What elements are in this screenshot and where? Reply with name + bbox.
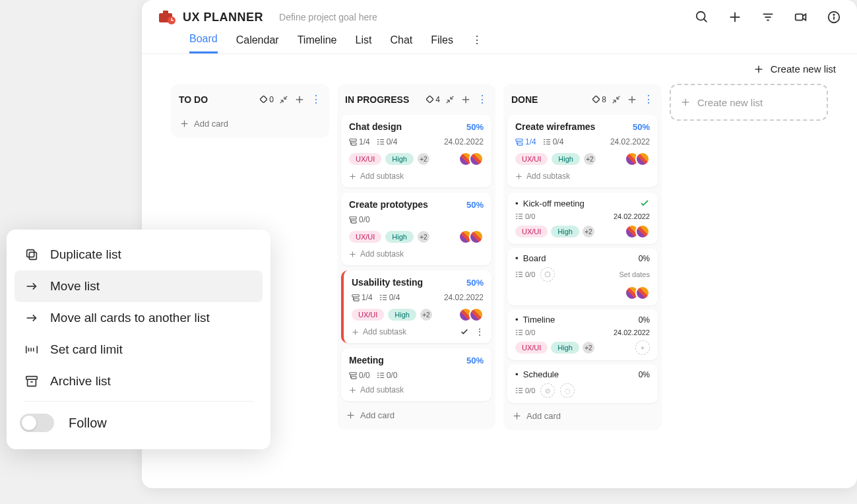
list-header: IN PROGRESS 4 ⋮ <box>337 84 495 115</box>
app-title: UX PLANNER <box>183 11 263 24</box>
card-title: Usability testing <box>352 277 423 288</box>
ctx-item-label: Duplicate list <box>50 247 121 262</box>
ctx-item-label: Archive list <box>50 374 111 389</box>
avatar-stack <box>462 152 484 166</box>
plus-icon <box>680 97 691 108</box>
menu-divider <box>24 401 253 402</box>
add-subtask-button[interactable]: Add subtask <box>349 172 484 181</box>
avatar <box>469 230 484 244</box>
tab-calendar[interactable]: Calendar <box>236 34 279 53</box>
subtask-card[interactable]: • Timeline0%0/024.02.2022UX/UIHigh+2+ <box>507 309 658 360</box>
diamond-icon <box>426 96 433 103</box>
card-progress: 50% <box>466 122 484 132</box>
ghost-avatar-icon[interactable]: + <box>635 340 650 355</box>
ctx-item-label: Move list <box>50 279 100 294</box>
list-menu-icon[interactable]: ⋮ <box>311 93 321 106</box>
follow-row: Follow <box>15 406 263 440</box>
video-icon[interactable] <box>794 10 808 24</box>
svg-point-13 <box>833 15 834 15</box>
tag-more-count: +2 <box>420 309 432 321</box>
svg-rect-25 <box>351 143 356 145</box>
add-card-button[interactable]: Add card <box>171 115 329 138</box>
arrow-icon <box>24 278 40 294</box>
plus-icon <box>346 411 355 420</box>
card[interactable]: Create wireframes50% 1/40/424.02.2022 UX… <box>507 115 658 187</box>
tab-files[interactable]: Files <box>431 34 453 53</box>
diamond-icon <box>260 96 267 103</box>
list-inprogress: IN PROGRESS 4 ⋮ Chat design50% 1/40/424.… <box>337 84 495 429</box>
follow-label: Follow <box>69 416 107 431</box>
ghost-create-list[interactable]: Create new list <box>670 84 828 121</box>
list-done: DONE 8 ⋮ Create wireframes50% 1/40/424.0… <box>503 84 662 430</box>
tag: High <box>385 153 414 165</box>
plus-icon[interactable] <box>461 95 470 104</box>
card-date: 24.02.2022 <box>444 293 484 302</box>
archive-icon <box>24 373 40 389</box>
tab-chat[interactable]: Chat <box>390 34 412 53</box>
list-header: DONE 8 ⋮ <box>503 84 662 115</box>
list-todo: TO DO 0 ⋮ Add card <box>171 84 329 138</box>
collapse-icon[interactable] <box>445 95 455 104</box>
add-card-button[interactable]: Add card <box>503 407 662 430</box>
plus-icon <box>753 64 764 75</box>
list-menu-icon[interactable]: ⋮ <box>477 93 488 106</box>
ctx-duplicate-list[interactable]: Duplicate list <box>15 239 263 270</box>
add-card-button[interactable]: Add card <box>337 406 495 429</box>
svg-line-4 <box>704 19 707 22</box>
collapse-icon[interactable] <box>612 95 621 104</box>
ctx-set-card-limit[interactable]: Set card limit <box>15 334 263 365</box>
add-subtask-button[interactable]: Add subtask <box>349 385 484 394</box>
ctx-move-all-cards-to-another-list[interactable]: Move all cards to another list <box>15 302 263 334</box>
search-icon[interactable] <box>695 10 709 24</box>
card[interactable]: Create prototypes50% 0/0 UX/UIHigh+2 Add… <box>341 193 492 265</box>
card[interactable]: Meeting50% 0/00/0 Add subtask <box>341 348 492 401</box>
info-icon[interactable] <box>827 10 841 24</box>
create-list-button[interactable]: Create new list <box>753 63 836 75</box>
list-header: TO DO 0 ⋮ <box>171 84 329 115</box>
ctx-archive-list[interactable]: Archive list <box>15 365 263 397</box>
tag: High <box>551 342 579 354</box>
avatar <box>635 152 650 166</box>
plus-icon[interactable] <box>728 10 742 24</box>
tab-list[interactable]: List <box>356 34 372 53</box>
tag-more-count: +2 <box>583 226 594 237</box>
subtask-card[interactable]: • Schedule0%0/0⊙◌ <box>507 364 658 403</box>
list-menu-icon[interactable]: ⋮ <box>643 93 654 106</box>
avatar <box>469 152 484 166</box>
plus-icon[interactable] <box>295 95 304 104</box>
collapse-icon[interactable] <box>279 95 288 104</box>
subtask-card[interactable]: • Kick-off meeting0/024.02.2022UX/UIHigh… <box>507 193 658 244</box>
filter-icon[interactable] <box>761 10 775 24</box>
follow-toggle[interactable] <box>20 414 54 432</box>
card[interactable]: Chat design50% 1/40/424.02.2022 UX/UIHig… <box>341 115 492 187</box>
set-dates-button[interactable]: Set dates <box>619 270 650 278</box>
plus-icon[interactable] <box>627 95 637 104</box>
duplicate-icon <box>24 247 40 263</box>
project-goal-placeholder[interactable]: Define project goal here <box>279 12 377 22</box>
card-menu-icon[interactable]: ⋮ <box>476 327 484 336</box>
tag: UX/UI <box>349 153 381 165</box>
svg-rect-103 <box>27 250 34 257</box>
card-date: 24.02.2022 <box>610 137 650 146</box>
add-subtask-button[interactable]: Add subtask <box>515 172 650 181</box>
tag: High <box>551 226 579 237</box>
add-subtask-button[interactable]: Add subtask <box>349 249 484 259</box>
svg-rect-49 <box>351 377 356 379</box>
check-icon[interactable] <box>460 327 469 336</box>
briefcase-clock-icon <box>158 9 176 25</box>
tab-board[interactable]: Board <box>189 33 218 53</box>
card-progress: 50% <box>466 356 484 365</box>
add-subtask-button[interactable]: Add subtask⋮ <box>352 327 484 336</box>
tab-more-icon[interactable]: ⋮ <box>472 34 482 53</box>
diamond-icon <box>592 96 600 103</box>
card[interactable]: Usability testing50% 1/40/424.02.2022 UX… <box>341 270 492 343</box>
arrow-icon <box>24 310 40 326</box>
card-progress: 50% <box>633 122 650 132</box>
tab-timeline[interactable]: Timeline <box>298 34 337 53</box>
subtask-card[interactable]: • Board0%0/0Set dates <box>507 248 658 305</box>
list-title: IN PROGRESS <box>345 94 421 105</box>
tag: High <box>385 231 414 243</box>
card-title: Create prototypes <box>349 199 428 210</box>
tag: High <box>388 309 416 321</box>
ctx-move-list[interactable]: Move list <box>15 270 263 302</box>
